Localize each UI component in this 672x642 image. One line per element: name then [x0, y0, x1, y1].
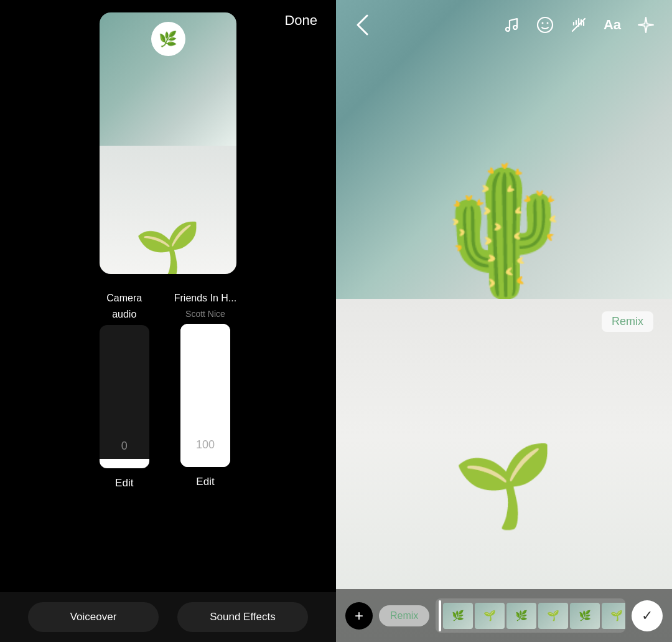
- voice-mute-icon[interactable]: [565, 11, 592, 39]
- sparkle-icon[interactable]: [632, 11, 660, 39]
- top-succulent-area: 🌵: [336, 159, 672, 299]
- bottom-controls-bar: + Remix 🌿 🌱 🌿 🌱 🌿 🌱 ✓: [336, 589, 672, 642]
- confirm-button[interactable]: ✓: [632, 600, 663, 631]
- timeline-marker-left: [439, 600, 441, 631]
- video-preview: 🌿 🌱: [100, 12, 236, 274]
- top-nav-bar: Aa: [336, 0, 672, 50]
- camera-volume-fill: [100, 459, 149, 468]
- svg-point-1: [513, 26, 517, 29]
- done-button[interactable]: Done: [284, 12, 317, 29]
- timeline-strip[interactable]: 🌿 🌱 🌿 🌱 🌿 🌱: [436, 598, 625, 633]
- music-track-artist: Scott Nice: [185, 309, 225, 319]
- video-bottom-frame: 🌱: [100, 146, 236, 274]
- video-top-frame: 🌿: [100, 12, 236, 146]
- timeline-thumb-3: 🌿: [506, 603, 536, 629]
- music-track-label: Friends In H...: [174, 293, 236, 304]
- back-icon[interactable]: [348, 11, 376, 39]
- camera-volume-slider[interactable]: 0: [100, 325, 149, 468]
- bottom-buttons-bar: Voiceover Sound Effects: [0, 592, 336, 642]
- add-clip-button[interactable]: +: [345, 602, 373, 630]
- right-panel: Aa 🌵 Remix 🌱 + Remix 🌿 �: [336, 0, 672, 642]
- remix-pill: Remix: [379, 605, 429, 626]
- right-bottom-section: Remix 🌱 + Remix 🌿 🌱 🌿 🌱 🌿 🌱 ✓: [336, 299, 672, 642]
- svg-point-4: [547, 22, 549, 24]
- timeline-thumb-2: 🌱: [475, 603, 505, 629]
- camera-track-label: Camera: [106, 293, 142, 304]
- top-plant-icon: 🌿: [151, 22, 185, 56]
- svg-point-3: [542, 22, 544, 24]
- voiceover-button[interactable]: Voiceover: [28, 602, 159, 632]
- timeline-thumb-5: 🌿: [570, 603, 600, 629]
- camera-track-label2: audio: [112, 309, 136, 320]
- audio-controls: Camera audio 0 Edit Friends In H... Scot…: [100, 293, 236, 489]
- music-track: Friends In H... Scott Nice 100 Edit: [174, 293, 236, 488]
- timeline-thumb-1: 🌿: [443, 603, 473, 629]
- sound-effects-button[interactable]: Sound Effects: [177, 602, 308, 632]
- sticker-face-icon[interactable]: [531, 11, 559, 39]
- remix-content: 🌱: [336, 299, 672, 589]
- camera-edit-button[interactable]: Edit: [115, 477, 133, 489]
- nav-icons-right: Aa: [498, 11, 660, 39]
- bottom-succulent-icon: 🌱: [454, 438, 554, 533]
- music-volume-slider[interactable]: 100: [180, 324, 230, 467]
- svg-point-0: [506, 27, 510, 31]
- camera-audio-track: Camera audio 0 Edit: [100, 293, 149, 489]
- hand-plant-icon: 🌱: [135, 218, 201, 274]
- music-volume-value: 100: [196, 438, 215, 451]
- timeline-thumb-6: 🌱: [602, 603, 625, 629]
- music-edit-button[interactable]: Edit: [196, 476, 214, 488]
- right-top-image: Aa 🌵: [336, 0, 672, 299]
- timeline-thumb-4: 🌱: [538, 603, 568, 629]
- music-note-icon[interactable]: [498, 11, 525, 39]
- text-icon[interactable]: Aa: [599, 11, 626, 39]
- left-panel: Done 🌿 🌱 Camera audio 0 Edit Friends In …: [0, 0, 336, 642]
- camera-volume-value: 0: [121, 440, 128, 453]
- svg-point-2: [538, 17, 553, 32]
